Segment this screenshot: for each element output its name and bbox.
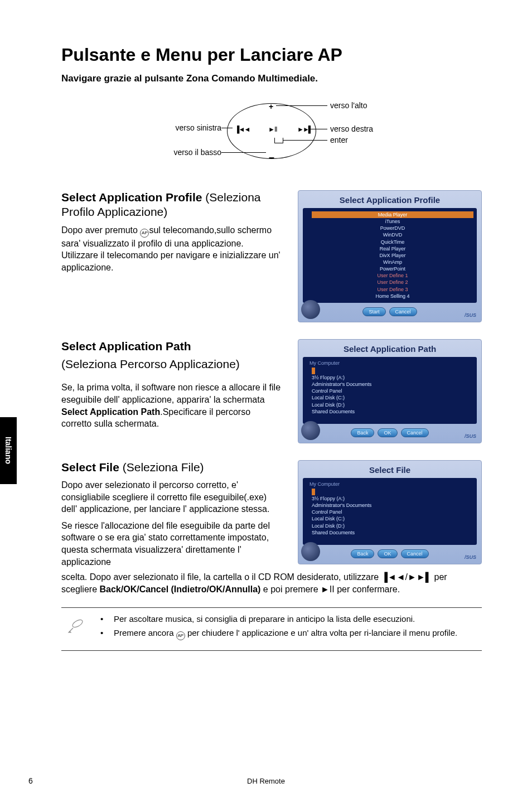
screenshot-subtitle: My Computer <box>309 481 473 487</box>
screenshot-corner-graphic <box>301 542 320 561</box>
list-item: WinDVD <box>383 232 403 238</box>
list-item: Administrator's Documents <box>312 503 371 508</box>
callout-line <box>221 152 266 153</box>
screenshot-button: OK <box>378 549 397 558</box>
screenshot-brand-logo: /SUS <box>465 433 476 439</box>
label-up: verso l'alto <box>330 101 367 110</box>
play-pause-icon: ►II <box>268 125 277 133</box>
list-item: WinAmp <box>383 259 402 265</box>
language-tab: Italiano <box>0 417 17 484</box>
heading-light: (Seleziona File) <box>123 461 204 474</box>
screenshot-title: Select Application Path <box>303 344 477 354</box>
list-item: Shared Documents <box>312 530 355 535</box>
note-post: per chiudere l' applicazione e un' altra… <box>185 628 457 637</box>
list-item: PowerPoint <box>380 266 405 272</box>
section-body-profile: Dopo aver premuto APsul telecomando,sull… <box>61 224 282 274</box>
screenshot-corner-graphic <box>301 421 320 440</box>
screenshot-button: Cancel <box>401 428 429 437</box>
list-item: Real Player <box>380 246 406 252</box>
heading-bold: Select Application Path <box>61 340 191 352</box>
screenshot-title: Select File <box>303 465 477 475</box>
body-text: per confermare. <box>335 584 400 594</box>
section-body-path: Se, la prima volta, il software non ries… <box>61 381 282 429</box>
footer-title: DH Remote <box>61 777 471 785</box>
list-item: User Define 3 <box>377 287 408 292</box>
heading-bold: Select File <box>61 461 123 474</box>
page-footer: 6 DH Remote <box>0 776 532 785</box>
next-icon: ►►▌ <box>297 125 312 133</box>
screenshot-list: 3½ Floppy (A:) Administrator's Documents… <box>306 489 473 536</box>
minus-symbol: – <box>269 152 274 163</box>
list-item: PowerDVD <box>380 225 405 231</box>
label-down: verso il basso <box>149 148 221 157</box>
ap-button-icon: AP <box>140 229 149 238</box>
section-body-file1: Dopo aver selezionato il percorso corret… <box>61 479 282 515</box>
body-text: Se, la prima volta, il software non ries… <box>61 383 280 404</box>
screenshot-corner-graphic <box>301 300 320 319</box>
list-item: DivX Player <box>379 253 405 258</box>
callout-line <box>309 129 327 129</box>
play-pause-icon: ►II <box>321 584 335 594</box>
list-item: Local Disk (C:) <box>312 395 345 400</box>
heading-bold: Select Application Profile <box>61 191 205 204</box>
list-item: Local Disk (D:) <box>312 402 345 408</box>
section-heading-path: Select Application Path <box>61 339 282 354</box>
list-item: Media Player <box>312 211 473 218</box>
callout-line <box>276 105 327 106</box>
list-item <box>312 368 315 374</box>
section-heading-profile: Select Application Profile (Seleziona Pr… <box>61 190 282 220</box>
screenshot-list: Media Player iTunes PowerDVD WinDVD Quic… <box>306 211 473 299</box>
prev-icon: ▐◄◄ <box>381 572 405 582</box>
screenshot-button: Cancel <box>401 549 429 558</box>
list-item: Local Disk (D:) <box>312 523 345 529</box>
page-title: Pulsante e Menu per Lanciare AP <box>61 45 482 65</box>
note-box: • Per ascoltare musica, si consiglia di … <box>61 607 482 650</box>
list-item: User Define 2 <box>377 279 408 285</box>
list-item: Shared Documents <box>312 409 355 414</box>
label-right: verso destra <box>330 124 373 133</box>
bullet: • <box>100 627 106 640</box>
body-text: e poi premere <box>260 584 321 594</box>
screenshot-profile: Select Application Profile Media Player … <box>298 190 482 322</box>
callout-line <box>221 128 233 128</box>
svg-point-0 <box>71 619 84 629</box>
diagram: + – ▐◄◄ ►II ►►▌ verso l'alto verso destr… <box>61 98 482 170</box>
list-item: Control Panel <box>312 509 342 515</box>
screenshot-file: Select File My Computer 3½ Floppy (A:) A… <box>298 460 482 564</box>
list-item: Administrator's Documents <box>312 381 371 387</box>
screenshot-button: Back <box>351 428 374 437</box>
callout-line <box>283 140 327 141</box>
list-item: Local Disk (C:) <box>312 516 345 521</box>
body-bold: Select Application Path <box>61 407 160 417</box>
list-item: QuickTime <box>381 239 405 245</box>
list-item: Control Panel <box>312 388 342 394</box>
page-number: 6 <box>0 776 61 785</box>
next-icon: ►►▌ <box>408 572 432 582</box>
list-item <box>312 489 315 495</box>
list-item: 3½ Floppy (A:) <box>312 375 345 380</box>
body-text: scelta. Dopo aver selezionato il file, l… <box>61 572 381 582</box>
plus-symbol: + <box>269 102 273 111</box>
screenshot-brand-logo: /SUS <box>465 554 476 560</box>
screenshot-path: Select Application Path My Computer 3½ F… <box>298 339 482 443</box>
list-item: 3½ Floppy (A:) <box>312 496 345 501</box>
note-text: Premere ancora AP per chiudere l' applic… <box>114 627 457 640</box>
screenshot-title: Select Application Profile <box>303 195 477 205</box>
screenshot-list: 3½ Floppy (A:) Administrator's Documents… <box>306 368 473 415</box>
note-text: Per ascoltare musica, si consiglia di pr… <box>114 613 415 625</box>
bullet: • <box>100 613 106 625</box>
enter-indicator <box>274 138 283 143</box>
pencil-icon <box>64 613 88 642</box>
screenshot-button: Start <box>362 307 385 316</box>
body-text: Dopo aver premuto <box>61 225 140 235</box>
screenshot-subtitle: My Computer <box>309 360 473 366</box>
label-left: verso sinistra <box>149 123 221 132</box>
section-subheading-path: (Seleziona Percorso Applicazione) <box>61 357 282 371</box>
list-item: Home Selling 4 <box>375 293 409 299</box>
ap-button-icon: AP <box>176 631 185 640</box>
section-body-file2: Se riesce l'allocazione del file eseguib… <box>61 520 282 568</box>
section-body-full: scelta. Dopo aver selezionato il file, l… <box>61 571 482 595</box>
page-subhead: Navigare grazie al pulsante Zona Comando… <box>61 73 482 84</box>
section-heading-file: Select File (Seleziona File) <box>61 460 282 475</box>
screenshot-button: OK <box>378 428 397 437</box>
